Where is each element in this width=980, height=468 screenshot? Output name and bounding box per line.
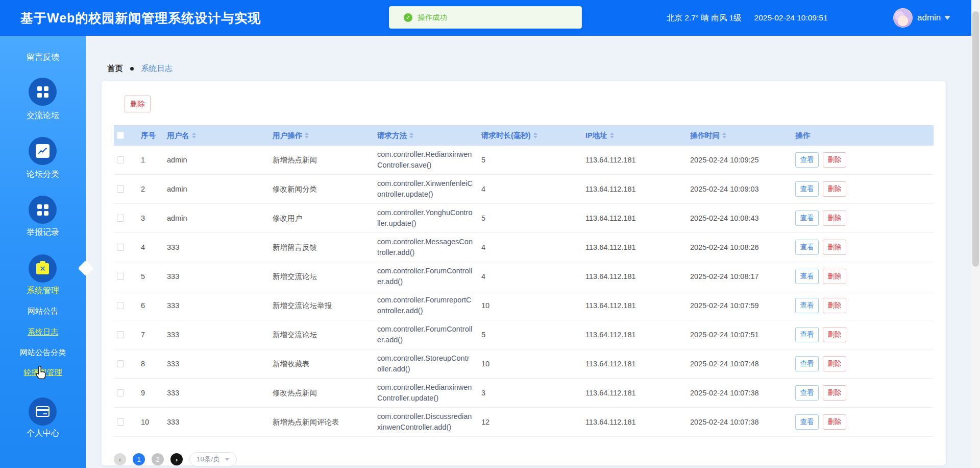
select-all-checkbox[interactable] (117, 132, 124, 139)
header-cell-operation[interactable]: 用户操作 (270, 131, 374, 141)
cell-actions: 查看删除 (792, 204, 934, 232)
cell-time: 2025-02-24 10:08:17 (687, 262, 792, 291)
page-size-select[interactable]: 10条/页 (189, 452, 237, 466)
log-table: 序号用户名用户操作请求方法请求时长(毫秒)IP地址操作时间操作 1admin新增… (114, 125, 934, 437)
delete-row-button[interactable]: 删除 (823, 298, 846, 313)
sort-icon[interactable] (305, 132, 309, 138)
avatar[interactable] (893, 8, 913, 28)
sidebar-item-4[interactable]: 系统管理 (0, 286, 86, 296)
view-button[interactable]: 查看 (795, 414, 819, 430)
row-checkbox[interactable] (117, 389, 124, 396)
cell-method: com.controller.ForumController.add() (374, 262, 478, 291)
sidebar-item-9[interactable]: 个人中心 (0, 428, 86, 439)
view-button[interactable]: 查看 (795, 327, 819, 342)
scrollbar-thumb[interactable] (972, 11, 979, 267)
view-button[interactable]: 查看 (795, 356, 819, 371)
view-button[interactable]: 查看 (795, 181, 819, 197)
success-check-icon: ✓ (404, 13, 412, 22)
box-x-icon: ✕ (36, 263, 49, 274)
cell-username: 333 (164, 291, 270, 320)
sidebar-item-3[interactable]: 举报记录 (0, 227, 86, 238)
row-checkbox[interactable] (117, 273, 124, 280)
sidebar-item-6[interactable]: 系统日志 (0, 327, 86, 337)
delete-row-button[interactable]: 删除 (823, 356, 846, 371)
cell-ip: 113.64.112.181 (582, 379, 687, 407)
sidebar-icon-4[interactable]: ✕ (29, 254, 57, 283)
sidebar-item-1[interactable]: 交流论坛 (0, 110, 86, 121)
cell-duration: 10 (478, 349, 582, 378)
sort-icon[interactable] (722, 132, 726, 138)
cell-ip: 113.64.112.181 (582, 175, 687, 203)
cell-duration: 4 (478, 262, 582, 291)
delete-row-button[interactable]: 删除 (823, 414, 846, 430)
row-checkbox[interactable] (117, 418, 124, 426)
cell-ip: 113.64.112.181 (582, 262, 687, 291)
cell-check (114, 204, 138, 232)
sidebar-icon-2[interactable] (29, 137, 57, 165)
view-button[interactable]: 查看 (795, 240, 819, 255)
cell-index: 9 (138, 379, 164, 407)
delete-row-button[interactable]: 删除 (823, 210, 846, 226)
header-cell-time[interactable]: 操作时间 (687, 131, 792, 141)
delete-row-button[interactable]: 删除 (823, 152, 846, 168)
active-section-notch (78, 260, 93, 276)
scrollbar[interactable] (971, 0, 980, 468)
view-button[interactable]: 查看 (795, 152, 819, 168)
cell-operation: 新增收藏表 (270, 349, 374, 378)
sort-icon[interactable] (409, 132, 413, 138)
sidebar-item-8[interactable]: 轮播图管理 (0, 368, 86, 378)
header-label: 操作时间 (690, 131, 720, 141)
cell-check (114, 146, 138, 174)
row-checkbox[interactable] (117, 331, 124, 338)
cell-ip: 113.64.112.181 (582, 204, 687, 232)
content-card: 删除 序号用户名用户操作请求方法请求时长(毫秒)IP地址操作时间操作 1admi… (102, 81, 946, 465)
prev-page-button[interactable]: ‹ (114, 453, 126, 465)
sidebar-item-7[interactable]: 网站公告分类 (0, 348, 86, 358)
header-cell-method[interactable]: 请求方法 (374, 131, 478, 141)
page: 基于Web的校园新闻管理系统设计与实现 ✓ 操作成功 北京 2.7° 晴 南风 … (0, 0, 980, 468)
row-checkbox[interactable] (117, 244, 124, 251)
cell-index: 3 (138, 204, 164, 232)
sidebar-icon-1[interactable] (29, 78, 57, 106)
row-checkbox[interactable] (117, 302, 124, 309)
delete-row-button[interactable]: 删除 (823, 240, 846, 255)
sort-icon[interactable] (533, 132, 537, 138)
header-label: 请求方法 (377, 131, 407, 141)
page-button-1[interactable]: 1 (133, 453, 145, 465)
view-button[interactable]: 查看 (795, 269, 819, 284)
next-page-button[interactable]: › (170, 453, 183, 465)
row-checkbox[interactable] (117, 185, 124, 193)
sort-icon[interactable] (610, 132, 614, 138)
sort-icon[interactable] (192, 132, 196, 138)
cell-actions: 查看删除 (792, 291, 934, 320)
cell-method: com.controller.StoreupController.add() (374, 349, 478, 378)
table-row: 5333新增交流论坛com.controller.ForumController… (114, 262, 934, 291)
sidebar-item-5[interactable]: 网站公告 (0, 307, 86, 316)
delete-button[interactable]: 删除 (125, 96, 151, 112)
breadcrumb-current[interactable]: 系统日志 (141, 63, 173, 74)
sidebar-item-2[interactable]: 论坛分类 (0, 169, 86, 180)
sidebar-icon-3[interactable] (29, 196, 57, 224)
page-button-2[interactable]: 2 (152, 453, 164, 465)
username[interactable]: admin (917, 0, 941, 36)
row-checkbox[interactable] (117, 215, 124, 222)
view-button[interactable]: 查看 (795, 385, 819, 401)
row-checkbox[interactable] (117, 156, 124, 163)
delete-row-button[interactable]: 删除 (823, 269, 846, 284)
card-icon (36, 406, 50, 417)
chevron-down-icon[interactable] (944, 16, 950, 23)
sidebar-icon-9[interactable] (29, 397, 57, 426)
table-row: 8333新增收藏表com.controller.StoreupControlle… (114, 349, 934, 379)
delete-row-button[interactable]: 删除 (823, 385, 846, 401)
header-cell-duration[interactable]: 请求时长(毫秒) (478, 131, 582, 141)
view-button[interactable]: 查看 (795, 210, 819, 226)
header-cell-ip[interactable]: IP地址 (582, 131, 687, 141)
toast-message: 操作成功 (418, 13, 447, 22)
header-cell-username[interactable]: 用户名 (164, 131, 270, 141)
view-button[interactable]: 查看 (795, 298, 819, 313)
row-checkbox[interactable] (117, 360, 124, 367)
delete-row-button[interactable]: 删除 (823, 181, 846, 197)
delete-row-button[interactable]: 删除 (823, 327, 846, 342)
sidebar: 留言反馈交流论坛论坛分类举报记录✕系统管理网站公告系统日志网站公告分类轮播图管理… (0, 36, 86, 468)
sidebar-item-0[interactable]: 留言反馈 (0, 52, 86, 63)
